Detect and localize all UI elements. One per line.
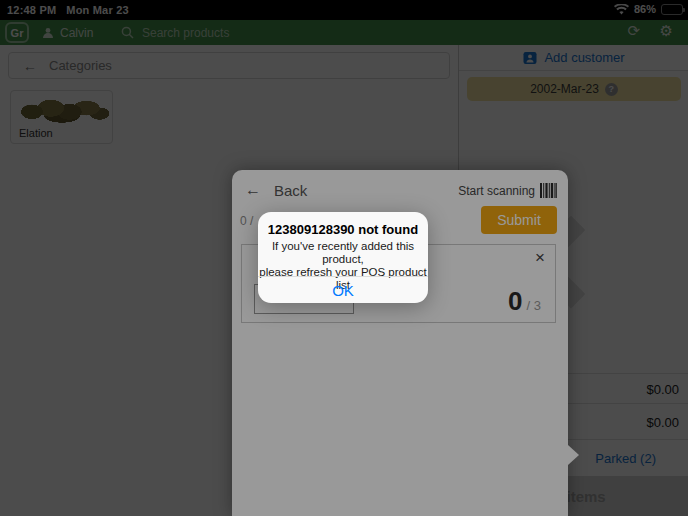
not-found-alert: 123809128390 not found If you've recentl… — [258, 212, 428, 303]
ok-button[interactable]: OK — [258, 277, 428, 303]
alert-title: 123809128390 not found — [258, 222, 428, 237]
pos-app-screen: 12:48 PMMon Mar 23 86% Gr Calvin — [0, 0, 688, 516]
